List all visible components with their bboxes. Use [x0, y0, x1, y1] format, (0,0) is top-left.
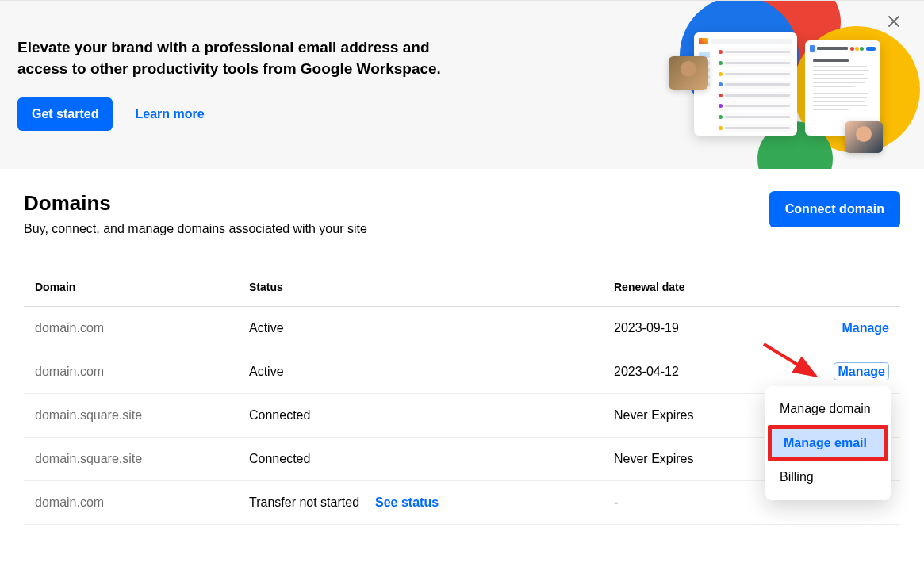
- cell-domain: domain.com: [35, 495, 249, 510]
- dropdown-manage-domain[interactable]: Manage domain: [765, 392, 891, 426]
- table-row: domain.com Active 2023-09-19 Manage: [24, 307, 900, 350]
- banner-actions: Get started Learn more: [17, 98, 462, 131]
- col-header-action: [788, 281, 889, 293]
- cell-renewal: Never Expires: [614, 452, 788, 466]
- cell-domain: domain.square.site: [35, 452, 249, 466]
- cell-status: Connected: [249, 452, 614, 466]
- dropdown-manage-email[interactable]: Manage email: [768, 425, 888, 461]
- close-banner-button[interactable]: [888, 15, 907, 34]
- dropdown-billing[interactable]: Billing: [765, 461, 891, 494]
- see-status-link[interactable]: See status: [375, 495, 439, 510]
- avatar-image-2: [845, 121, 883, 153]
- avatar-image-1: [669, 56, 708, 90]
- cell-status: Active: [249, 321, 614, 335]
- manage-link-active[interactable]: Manage: [834, 362, 889, 380]
- workspace-banner: Elevate your brand with a professional e…: [0, 0, 924, 169]
- banner-title: Elevate your brand with a professional e…: [17, 37, 462, 79]
- close-icon: [888, 15, 900, 28]
- status-text: Transfer not started: [249, 495, 359, 510]
- domains-table: Domain Status Renewal date domain.com Ac…: [24, 268, 900, 525]
- table-header-row: Domain Status Renewal date: [24, 268, 900, 307]
- learn-more-link[interactable]: Learn more: [135, 107, 204, 121]
- table-row: domain.com Active 2023-04-12 Manage Mana…: [24, 350, 900, 394]
- cell-renewal: 2023-09-19: [614, 321, 788, 335]
- banner-content: Elevate your brand with a professional e…: [17, 37, 462, 130]
- domains-title: Domains: [24, 191, 367, 216]
- domains-header: Domains Buy, connect, and manage domains…: [24, 191, 900, 236]
- col-header-status: Status: [249, 281, 614, 293]
- manage-dropdown: Manage domain Manage email Billing: [765, 386, 891, 500]
- col-header-domain: Domain: [35, 281, 249, 293]
- cell-renewal: -: [614, 495, 788, 510]
- cell-domain: domain.square.site: [35, 408, 249, 422]
- cell-domain: domain.com: [35, 321, 249, 335]
- gmail-preview: [694, 32, 797, 136]
- cell-status: Transfer not started See status: [249, 495, 614, 510]
- banner-illustration: [662, 10, 908, 161]
- domains-section: Domains Buy, connect, and manage domains…: [0, 169, 924, 547]
- col-header-renewal: Renewal date: [614, 281, 788, 293]
- cell-status: Active: [249, 365, 614, 379]
- cell-status: Connected: [249, 408, 614, 422]
- cell-renewal: 2023-04-12: [614, 365, 788, 379]
- cell-renewal: Never Expires: [614, 408, 788, 422]
- domains-subtitle: Buy, connect, and manage domains associa…: [24, 222, 367, 236]
- get-started-button[interactable]: Get started: [17, 98, 113, 131]
- cell-domain: domain.com: [35, 365, 249, 379]
- connect-domain-button[interactable]: Connect domain: [769, 191, 900, 228]
- manage-link[interactable]: Manage: [842, 321, 889, 335]
